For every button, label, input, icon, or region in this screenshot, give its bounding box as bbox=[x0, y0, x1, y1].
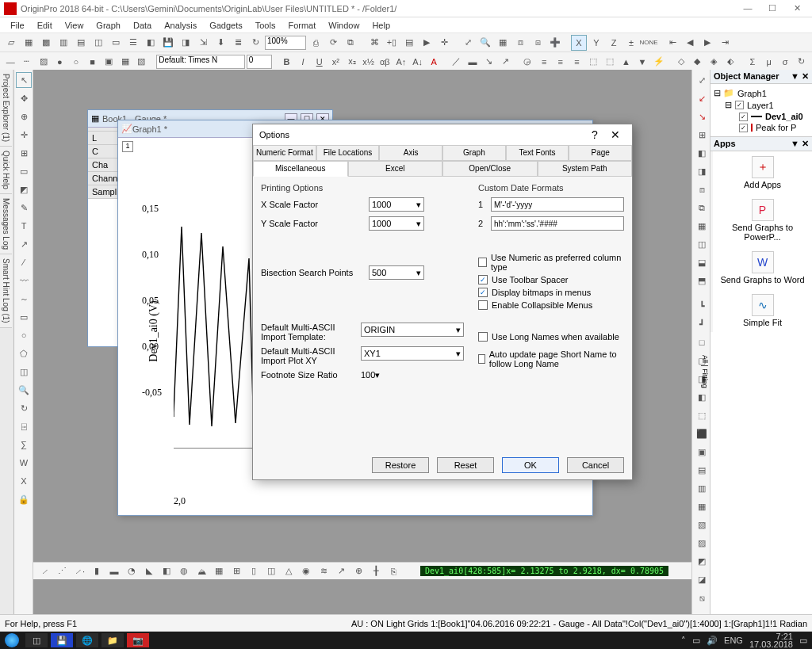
menu-tools[interactable]: Tools bbox=[249, 21, 282, 30]
tab-axis[interactable]: Axis bbox=[379, 145, 442, 161]
menu-graph[interactable]: Graph bbox=[90, 21, 127, 30]
obj-mgr-header[interactable]: Object Manager▼ ✕ bbox=[710, 70, 812, 84]
chk-autoshort[interactable]: Auto update page Short Name to follow Lo… bbox=[478, 349, 624, 368]
bold-icon[interactable]: B bbox=[279, 54, 294, 70]
plot-ternary-icon[interactable]: △ bbox=[281, 563, 297, 579]
new-workbook-icon[interactable]: ▦ bbox=[21, 35, 36, 51]
rv-icon[interactable]: ┛ bbox=[694, 316, 710, 332]
zoom-pan-icon[interactable]: ✥ bbox=[16, 90, 32, 106]
minimize-button[interactable]: — bbox=[737, 3, 759, 13]
insert-word-icon[interactable]: W bbox=[16, 455, 32, 471]
y-scale-select[interactable]: 1000▾ bbox=[369, 216, 424, 231]
open-template-icon[interactable]: ◧ bbox=[143, 35, 159, 51]
rv-icon[interactable]: ↙ bbox=[694, 90, 710, 106]
import-wizard-icon[interactable]: ⇲ bbox=[195, 35, 211, 51]
task-item[interactable]: 🌐 bbox=[76, 633, 98, 647]
anti-alias-icon[interactable]: ◶ bbox=[520, 54, 535, 70]
pattern-icon[interactable]: ▨ bbox=[36, 54, 51, 70]
tab-excel[interactable]: Excel bbox=[348, 161, 443, 177]
plot-scatter-icon[interactable]: ⋰ bbox=[54, 563, 70, 579]
task-item[interactable]: 📁 bbox=[102, 633, 124, 647]
chk-collapse[interactable]: Enable Collapsible Menus bbox=[478, 300, 624, 310]
rescale-icon[interactable]: ⤢ bbox=[460, 35, 476, 51]
chk-spacer[interactable]: ✓Use Toolbar Spacer bbox=[478, 275, 624, 284]
plot-column-icon[interactable]: ▮ bbox=[89, 563, 105, 579]
plot-area-icon[interactable]: ◣ bbox=[141, 563, 157, 579]
rv-icon[interactable]: ⬒ bbox=[694, 273, 710, 288]
menu-file[interactable]: File bbox=[4, 21, 31, 30]
polygon-icon[interactable]: ⬠ bbox=[16, 345, 32, 361]
import-ascii-icon[interactable]: ⬇ bbox=[213, 35, 228, 51]
app-item[interactable]: WSend Graphs to Word bbox=[713, 246, 812, 289]
tree-layer[interactable]: ⊟ ✓ Layer1 bbox=[714, 99, 809, 111]
arrow-icon[interactable]: ↗ bbox=[16, 236, 32, 252]
slideshow-icon[interactable]: ▶ bbox=[419, 35, 435, 51]
tray-volume-icon[interactable]: 🔊 bbox=[707, 636, 718, 646]
new-notes-icon[interactable]: ▭ bbox=[108, 35, 124, 51]
line-style-icon[interactable]: — bbox=[3, 54, 18, 70]
open-icon[interactable]: ☰ bbox=[125, 35, 141, 51]
project-explorer-tab[interactable]: Project Explorer (1) bbox=[0, 70, 12, 147]
plot-hist-icon[interactable]: ▯ bbox=[246, 563, 262, 579]
layer-button[interactable]: 1 bbox=[122, 141, 133, 152]
set-none-icon[interactable]: NONE bbox=[641, 35, 657, 51]
chk-longnames[interactable]: Use Long Names when available bbox=[478, 332, 624, 342]
rv-icon[interactable]: ◩ bbox=[694, 553, 710, 569]
region-icon[interactable]: ▭ bbox=[16, 163, 32, 179]
maximize-button[interactable]: ☐ bbox=[761, 3, 783, 13]
set-x-icon[interactable]: X bbox=[571, 35, 587, 51]
insert-eq-icon[interactable]: ∑ bbox=[16, 437, 32, 452]
ascii-plot-select[interactable]: XY1▾ bbox=[361, 346, 464, 361]
rv-icon[interactable]: ⧉ bbox=[694, 200, 710, 216]
pointer-icon[interactable]: ↖ bbox=[16, 72, 32, 88]
new-excel-icon[interactable]: ▩ bbox=[38, 35, 54, 51]
app-item[interactable]: PSend Graphs to PowerP... bbox=[713, 194, 812, 246]
stats3-icon[interactable]: σ bbox=[778, 54, 793, 70]
plot-contour-icon[interactable]: ◍ bbox=[176, 563, 192, 579]
tab-numeric[interactable]: Numeric Format bbox=[253, 145, 316, 161]
footnote-select[interactable]: 100▾ bbox=[361, 370, 408, 380]
app-item[interactable]: ＋Add Apps bbox=[713, 151, 812, 194]
rv-icon[interactable]: ⧈ bbox=[694, 181, 710, 197]
tree-graph[interactable]: ⊟ 📁 Graph1 bbox=[714, 87, 809, 99]
ungroup-icon[interactable]: ⬚ bbox=[602, 54, 617, 70]
plot-polar-icon[interactable]: ◉ bbox=[298, 563, 314, 579]
menu-analysis[interactable]: Analysis bbox=[158, 21, 203, 30]
duplicate-icon[interactable]: ⧉ bbox=[343, 35, 358, 51]
results-log-icon[interactable]: ▤ bbox=[401, 35, 417, 51]
rv-icon[interactable]: ⧅ bbox=[694, 590, 710, 605]
plot-stock-icon[interactable]: ╂ bbox=[368, 563, 384, 579]
plot-bar-icon[interactable]: ▬ bbox=[106, 563, 122, 579]
tray-clock[interactable]: 7:2117.03.2018 bbox=[749, 632, 793, 648]
restore-button[interactable]: Restore bbox=[372, 457, 429, 473]
refresh-icon[interactable]: ⟳ bbox=[325, 35, 341, 51]
rv-icon[interactable]: ▥ bbox=[694, 480, 710, 496]
move-last-icon[interactable]: ⇥ bbox=[717, 35, 733, 51]
rv-icon[interactable]: ◨ bbox=[694, 163, 710, 179]
tab-system-path[interactable]: System Path bbox=[538, 161, 633, 177]
smart-hint-tab[interactable]: Smart Hint Log (1) bbox=[0, 254, 12, 328]
batch-process-icon[interactable]: ≣ bbox=[230, 35, 246, 51]
ok-button[interactable]: OK bbox=[502, 457, 559, 473]
rv-icon[interactable]: ▤ bbox=[694, 462, 710, 478]
date-format-2[interactable] bbox=[491, 216, 624, 231]
increase-font-icon[interactable]: A↑ bbox=[394, 54, 409, 70]
rv-icon[interactable]: ⊞ bbox=[694, 127, 710, 143]
plot-matrix-icon[interactable]: ⊞ bbox=[228, 563, 244, 579]
menu-window[interactable]: Window bbox=[322, 21, 366, 30]
underline-icon[interactable]: U bbox=[312, 54, 327, 70]
system-tray[interactable]: ˄ ▭ 🔊 ENG 7:2117.03.2018 ▭ bbox=[681, 632, 807, 648]
plot-surface-icon[interactable]: ⛰ bbox=[193, 563, 209, 579]
tile-icon[interactable]: ▦ bbox=[495, 35, 511, 51]
rv-icon[interactable]: ▦ bbox=[694, 218, 710, 234]
zoom-rect-icon[interactable]: 🔍 bbox=[16, 382, 32, 398]
screen-reader-icon[interactable]: ✛ bbox=[16, 127, 32, 143]
lock-icon[interactable]: 🔒 bbox=[16, 491, 32, 507]
region2-icon[interactable]: ◫ bbox=[16, 364, 32, 380]
symbol-icon[interactable]: ● bbox=[52, 54, 67, 70]
palette-icon[interactable]: ▧ bbox=[134, 54, 149, 70]
font-size-combo[interactable]: 0 bbox=[247, 55, 272, 69]
recalculate-icon[interactable]: ↻ bbox=[247, 35, 263, 51]
digitizer-icon[interactable]: ✛ bbox=[436, 35, 452, 51]
tab-open-close[interactable]: Open/Close bbox=[442, 161, 538, 177]
